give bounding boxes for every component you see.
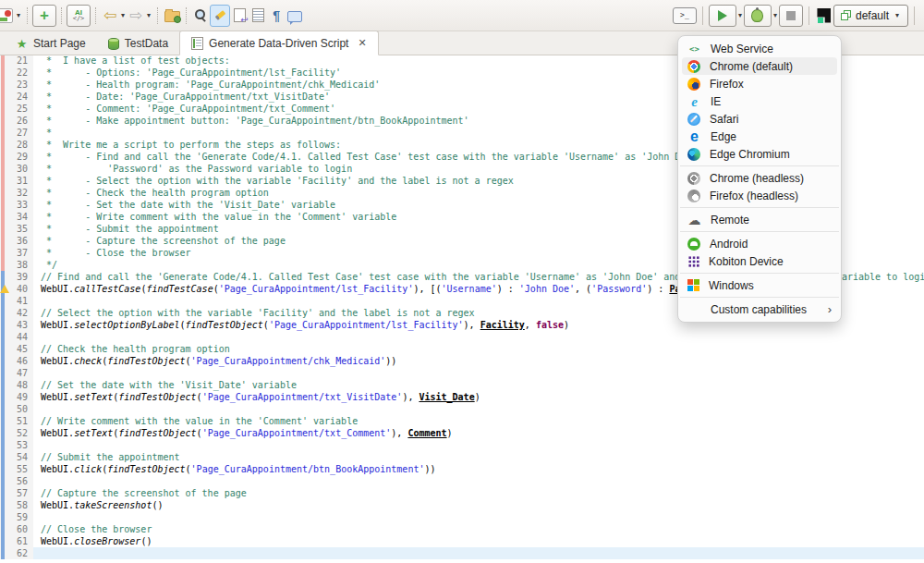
debug-dropdown-caret[interactable]: ▾ — [773, 11, 777, 19]
code-line-44[interactable]: 44 — [0, 331, 924, 343]
diff-marker — [1, 415, 5, 427]
profile-value: default — [856, 9, 889, 22]
record-dropdown-caret[interactable]: ▾ — [17, 11, 20, 19]
code-line-46[interactable]: 46WebUI.check(findTestObject('Page_CuraA… — [0, 355, 924, 367]
gutter-line-60: 60 — [0, 523, 33, 535]
code-line-59[interactable]: 59 — [0, 511, 924, 523]
code-line-54[interactable]: 54// Submit the appointment — [0, 451, 924, 463]
code-line-50[interactable]: 50 — [0, 403, 924, 415]
stop-button[interactable] — [779, 5, 803, 27]
code-text[interactable] — [33, 439, 924, 451]
toggle-highlight-button[interactable] — [210, 5, 230, 27]
katalon-button[interactable] — [815, 6, 833, 26]
database-icon — [108, 38, 119, 50]
word-wrap-button[interactable] — [230, 6, 249, 26]
close-icon[interactable]: ✕ — [358, 37, 366, 49]
code-text[interactable]: WebUI.setText(findTestObject('Page_CuraA… — [33, 391, 924, 403]
code-line-47[interactable]: 47 — [0, 367, 924, 379]
code-text[interactable]: WebUI.check(findTestObject('Page_CuraApp… — [33, 355, 924, 367]
code-line-56[interactable]: 56 — [0, 475, 924, 487]
code-text[interactable]: WebUI.takeScreenshot() — [33, 499, 924, 511]
source-lines-button[interactable] — [249, 6, 267, 26]
menu-item-custom-capabilities[interactable]: Custom capabilities› — [682, 300, 837, 318]
line-number: 43 — [17, 320, 28, 330]
new-button[interactable]: + — [32, 5, 56, 27]
code-line-61[interactable]: 61WebUI.closeBrowser() — [0, 535, 924, 547]
line-number: 54 — [17, 452, 28, 462]
menu-item-firefox-headless[interactable]: Firefox (headless) — [682, 187, 837, 204]
code-text[interactable]: WebUI.setText(findTestObject('Page_CuraA… — [33, 427, 924, 439]
menu-item-windows[interactable]: Windows — [682, 276, 837, 294]
code-text[interactable]: WebUI.closeBrowser() — [33, 535, 924, 547]
code-text[interactable] — [33, 511, 924, 523]
code-text[interactable]: WebUI.click(findTestObject('Page_CuraApp… — [33, 463, 924, 475]
console-button[interactable]: >_ — [673, 6, 697, 26]
main-toolbar: ▾ + AI</> ⇦ ▾ ⇨ ▾ ¶ >_ ▾ ▾ default ▾ — [0, 0, 924, 31]
ai-code-button[interactable]: AI</> — [67, 5, 91, 27]
menu-item-label: Chrome (headless) — [710, 172, 832, 185]
back-button[interactable]: ⇦ — [101, 6, 119, 26]
menu-item-chrome-headless[interactable]: Chrome (headless) — [682, 169, 837, 187]
code-line-45[interactable]: 45// Check the health program option — [0, 343, 924, 355]
code-line-60[interactable]: 60// Close the browser — [0, 523, 924, 535]
code-text[interactable]: // Submit the appointment — [33, 451, 924, 463]
gutter-line-61: 61 — [0, 535, 33, 547]
code-line-52[interactable]: 52WebUI.setText(findTestObject('Page_Cur… — [0, 427, 924, 439]
toggle-comment-button[interactable] — [286, 6, 304, 26]
code-text[interactable] — [33, 475, 924, 487]
code-line-57[interactable]: 57// Capture the screenshot of the page — [0, 487, 924, 499]
code-line-62[interactable]: 62 — [0, 547, 924, 559]
code-line-48[interactable]: 48// Set the date with the 'Visit_Date' … — [0, 379, 924, 391]
run-dropdown-caret[interactable]: ▾ — [738, 11, 742, 19]
diff-marker — [1, 523, 5, 535]
tab-start-page[interactable]: ★Start Page — [5, 32, 97, 55]
search-icon — [193, 8, 208, 23]
code-line-49[interactable]: 49WebUI.setText(findTestObject('Page_Cur… — [0, 391, 924, 403]
record-button[interactable] — [0, 6, 15, 26]
menu-item-edge[interactable]: Edge — [682, 128, 837, 145]
open-resource-button[interactable] — [163, 6, 181, 26]
code-text[interactable] — [33, 403, 924, 415]
code-text[interactable] — [33, 331, 924, 343]
tab-testdata[interactable]: TestData — [97, 32, 179, 55]
debug-button[interactable] — [744, 5, 772, 27]
search-button[interactable] — [191, 6, 210, 26]
gutter-line-57: 57 — [0, 487, 33, 499]
code-text[interactable]: // Close the browser — [33, 523, 924, 535]
line-number: 25 — [17, 104, 28, 114]
diff-marker — [1, 79, 5, 91]
code-line-51[interactable]: 51// Write comment with the value in the… — [0, 415, 924, 427]
menu-item-safari[interactable]: Safari — [682, 110, 837, 128]
menu-item-label: Windows — [709, 279, 832, 292]
run-button[interactable] — [709, 5, 736, 27]
diff-marker — [1, 499, 5, 511]
menu-item-firefox[interactable]: Firefox — [682, 75, 837, 92]
tab-generate-data-driven-script[interactable]: Generate Data-Driven Script✕ — [179, 31, 379, 55]
menu-item-edge-chromium[interactable]: Edge Chromium — [682, 145, 837, 163]
code-line-55[interactable]: 55WebUI.click(findTestObject('Page_CuraA… — [0, 463, 924, 475]
code-text[interactable] — [33, 367, 924, 379]
gutter-line-40: 40 — [0, 283, 33, 295]
forward-button[interactable]: ⇨ — [127, 6, 145, 26]
show-whitespace-button[interactable]: ¶ — [267, 6, 286, 26]
menu-item-remote[interactable]: Remote — [682, 211, 837, 228]
menu-item-web-service[interactable]: Web Service — [682, 40, 837, 57]
code-line-58[interactable]: 58WebUI.takeScreenshot() — [0, 499, 924, 511]
code-line-53[interactable]: 53 — [0, 439, 924, 451]
code-text[interactable] — [33, 547, 924, 559]
line-number: 32 — [17, 188, 28, 198]
menu-item-chrome-default[interactable]: Chrome (default) — [682, 57, 837, 75]
forward-dropdown-caret[interactable]: ▾ — [147, 11, 151, 19]
gutter-line-35: 35 — [0, 223, 33, 235]
gutter-line-59: 59 — [0, 511, 33, 523]
menu-item-ie[interactable]: IE — [682, 92, 837, 110]
code-text[interactable]: // Set the date with the 'Visit_Date' va… — [33, 379, 924, 391]
menu-item-android[interactable]: Android — [682, 235, 837, 252]
code-text[interactable]: // Capture the screenshot of the page — [33, 487, 924, 499]
code-text[interactable]: // Write comment with the value in the '… — [33, 415, 924, 427]
profile-combo[interactable]: default ▾ — [833, 5, 908, 27]
menu-item-kobiton-device[interactable]: Kobiton Device — [682, 252, 837, 270]
back-dropdown-caret[interactable]: ▾ — [121, 11, 125, 19]
line-number: 22 — [17, 67, 28, 78]
code-text[interactable]: // Check the health program option — [33, 343, 924, 355]
